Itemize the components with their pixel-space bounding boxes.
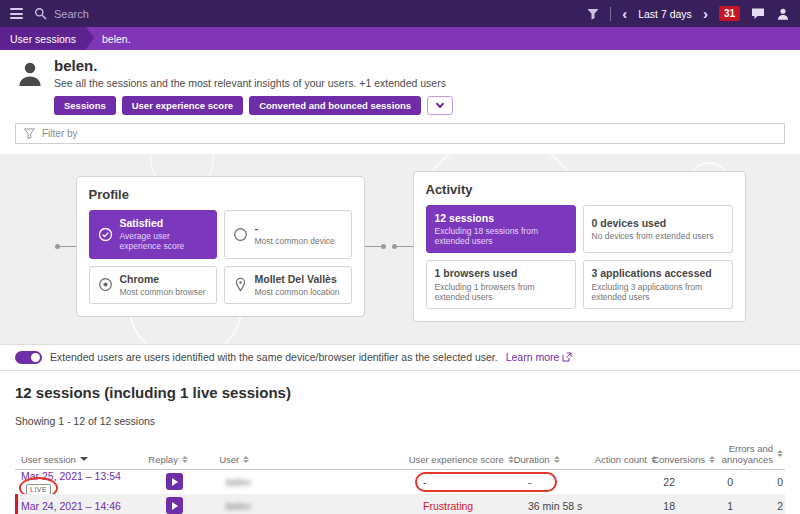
- sessions-showing-count: Showing 1 - 12 of 12 sessions: [15, 415, 785, 427]
- sessions-title: 12 sessions (including 1 live sessions): [15, 384, 785, 401]
- user-avatar-icon: [15, 59, 45, 115]
- more-filters-button[interactable]: [427, 96, 453, 115]
- tile-label: Average user experience score: [120, 231, 208, 251]
- filter-by-input[interactable]: Filter by: [15, 123, 785, 144]
- play-icon: [172, 502, 178, 510]
- conversions-cell: 1: [675, 500, 733, 512]
- external-link-icon: [562, 352, 572, 362]
- column-header-action-count[interactable]: Action count: [605, 454, 657, 465]
- sessions-button[interactable]: Sessions: [54, 96, 116, 115]
- live-badge: LIVE: [26, 482, 51, 494]
- extended-users-bar: Extended users are users identified with…: [0, 344, 800, 371]
- tile-most-common-browser[interactable]: Chrome Most common browser: [89, 266, 217, 304]
- user-name-redacted: belen: [226, 501, 250, 512]
- session-link[interactable]: Mar 24, 2021 – 14:46: [21, 500, 121, 512]
- check-circle-icon: [98, 227, 113, 242]
- tile-label: Most common location: [255, 287, 340, 297]
- search-icon: [34, 7, 47, 20]
- divider: [610, 7, 611, 21]
- table-row[interactable]: Mar 25, 2021 – 13:54LIVE belen - - 22 0 …: [15, 470, 785, 494]
- column-header-user-session[interactable]: User session: [15, 454, 145, 465]
- table-header-row: User session Replay User User experience…: [15, 443, 785, 470]
- location-pin-icon: [233, 277, 248, 292]
- profile-card: Profile Satisfied Average user experienc…: [76, 176, 365, 317]
- tile-label: Excluding 1 browsers from extended users: [435, 282, 567, 302]
- chevron-left-icon[interactable]: ‹: [622, 6, 627, 21]
- tile-value: Chrome: [120, 273, 206, 285]
- sessions-section: 12 sessions (including 1 live sessions) …: [0, 371, 800, 514]
- tile-label: Excluding 3 applications from extended u…: [592, 282, 724, 302]
- column-header-replay[interactable]: Replay: [145, 454, 191, 465]
- connector-line: [55, 244, 76, 249]
- problems-count-badge[interactable]: 31: [719, 6, 740, 21]
- score-cell: -: [423, 476, 528, 488]
- column-header-user-experience-score[interactable]: User experience score: [409, 454, 514, 465]
- column-header-user[interactable]: User: [191, 454, 408, 465]
- tile-average-user-experience-score[interactable]: Satisfied Average user experience score: [89, 210, 217, 258]
- page-title: belen.: [54, 57, 453, 74]
- tile-value: Satisfied: [120, 217, 208, 229]
- session-link[interactable]: Mar 25, 2021 – 13:54: [21, 470, 121, 482]
- replay-play-button[interactable]: [166, 473, 183, 490]
- chevron-right-icon[interactable]: ›: [703, 6, 708, 21]
- user-name-redacted: belen: [226, 477, 250, 488]
- action-count-cell: 18: [623, 500, 675, 512]
- tile-value: Mollet Del Vallès: [255, 273, 340, 285]
- tile-value: 3 applications accessed: [592, 267, 724, 279]
- tile-value: 12 sessions: [435, 212, 567, 224]
- sort-icon: [554, 456, 560, 463]
- tile-sessions-count[interactable]: 12 sessions Excluding 18 sessions from e…: [426, 205, 576, 253]
- sort-icon: [182, 456, 188, 463]
- top-header: Search ‹ Last 7 days › 31: [0, 0, 800, 27]
- column-header-duration[interactable]: Duration: [514, 454, 605, 465]
- device-circle-icon: [233, 227, 248, 242]
- table-row[interactable]: Mar 24, 2021 – 14:46 belen Frustrating 3…: [15, 494, 785, 514]
- tile-most-common-location[interactable]: Mollet Del Vallès Most common location: [224, 266, 352, 304]
- browser-icon: [98, 277, 113, 292]
- user-description: See all the sessions and the most releva…: [54, 77, 453, 89]
- tile-value: -: [255, 222, 335, 234]
- tile-label: Excluding 18 sessions from extended user…: [435, 226, 567, 246]
- user-experience-score-button[interactable]: User experience score: [122, 96, 243, 115]
- chat-icon[interactable]: [751, 7, 765, 20]
- activity-card: Activity 12 sessions Excluding 18 sessio…: [413, 171, 746, 322]
- tile-browsers-used[interactable]: 1 browsers used Excluding 1 browsers fro…: [426, 260, 576, 308]
- user-profile-icon[interactable]: [776, 7, 790, 21]
- search-placeholder: Search: [54, 8, 89, 20]
- session-filter-buttons: Sessions User experience score Converted…: [54, 96, 453, 115]
- tile-value: 0 devices used: [592, 217, 714, 229]
- global-search-input[interactable]: Search: [34, 7, 89, 20]
- replay-play-button[interactable]: [166, 497, 183, 514]
- conversions-cell: 0: [675, 476, 733, 488]
- funnel-icon: [24, 128, 35, 139]
- sort-desc-icon: [80, 457, 88, 461]
- learn-more-link[interactable]: Learn more: [506, 351, 573, 363]
- errors-cell: 2: [733, 500, 785, 512]
- insights-panel: Profile Satisfied Average user experienc…: [0, 154, 800, 344]
- sort-icon: [243, 456, 249, 463]
- action-count-cell: 22: [623, 476, 675, 488]
- tile-label: Most common browser: [120, 287, 206, 297]
- breadcrumb-root[interactable]: User sessions: [0, 27, 86, 50]
- duration-cell: 36 min 58 s: [528, 500, 623, 512]
- time-range-selector[interactable]: Last 7 days: [638, 8, 692, 20]
- activity-card-title: Activity: [426, 182, 733, 197]
- user-header: belen. See all the sessions and the most…: [0, 50, 800, 115]
- extended-users-toggle[interactable]: [15, 351, 42, 364]
- column-header-errors-annoyances[interactable]: Errors and annoyances: [715, 443, 785, 465]
- learn-more-label: Learn more: [506, 351, 560, 363]
- menu-icon[interactable]: [10, 8, 23, 19]
- tile-applications-accessed[interactable]: 3 applications accessed Excluding 3 appl…: [583, 260, 733, 308]
- chevron-down-icon: [436, 100, 444, 108]
- play-icon: [172, 478, 178, 486]
- sort-icon: [777, 450, 783, 457]
- converted-bounced-button[interactable]: Converted and bounced sessions: [249, 96, 421, 115]
- duration-cell: -: [528, 476, 623, 488]
- column-header-conversions[interactable]: Conversions: [657, 454, 715, 465]
- sessions-table: User session Replay User User experience…: [15, 443, 785, 514]
- tile-value: 1 browsers used: [435, 267, 567, 279]
- errors-cell: 0: [733, 476, 785, 488]
- tile-devices-used[interactable]: 0 devices used No devices from extended …: [583, 205, 733, 253]
- tile-most-common-device[interactable]: - Most common device: [224, 210, 352, 258]
- filter-icon[interactable]: [587, 8, 599, 20]
